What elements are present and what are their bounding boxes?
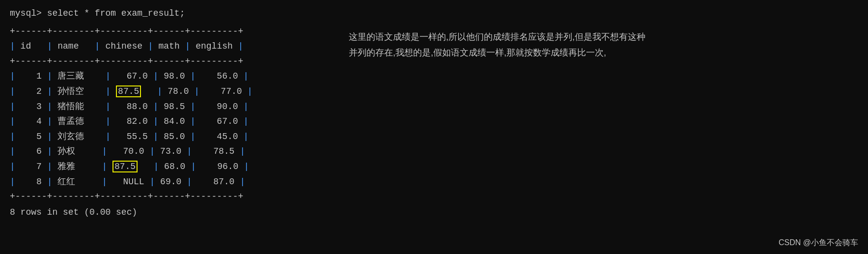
terminal-section: +------+--------+---------+------+------…: [10, 24, 334, 217]
comment-section: 这里的语文成绩是一样的,所以他们的成绩排名应该是并列,但是我不想有这种 并列的存…: [349, 24, 858, 61]
sql-prompt: mysql> select * from exam_result;: [10, 6, 858, 21]
footer: CSDN @小鱼不会骑车: [10, 228, 858, 248]
attribution-text: CSDN @小鱼不会骑车: [779, 238, 858, 248]
comment-line1: 这里的语文成绩是一样的,所以他们的成绩排名应该是并列,但是我不想有这种: [349, 32, 645, 42]
comment-text: 这里的语文成绩是一样的,所以他们的成绩排名应该是并列,但是我不想有这种 并列的存…: [349, 29, 858, 61]
sql-table-output: +------+--------+---------+------+------…: [10, 24, 334, 204]
comment-line2: 并列的存在,我想的是,假如语文成绩一样,那就按数学成绩再比一次,: [349, 48, 606, 57]
row-count-line: 8 rows in set (0.00 sec): [10, 207, 334, 217]
prompt-text: mysql>: [10, 8, 42, 18]
sql-query: select * from exam_result;: [47, 8, 185, 18]
main-layout: +------+--------+---------+------+------…: [10, 24, 858, 217]
terminal-prompt-line: mysql> select * from exam_result;: [10, 6, 858, 21]
